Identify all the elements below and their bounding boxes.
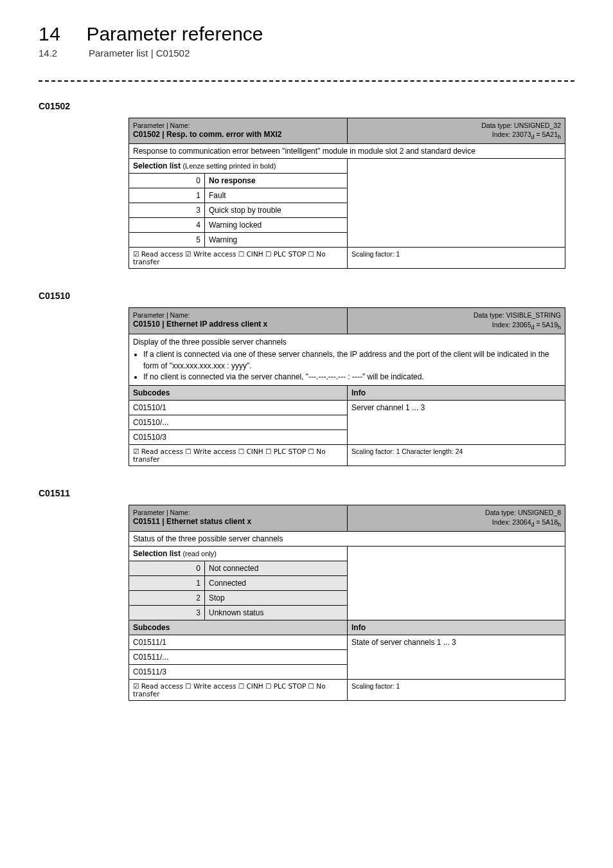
subcode: C01510/1 (129, 401, 348, 415)
subcode: C01510/3 (129, 430, 348, 445)
chapter-number: 14 (39, 23, 60, 45)
param-heading: C01502 (39, 101, 574, 111)
param-description: Display of the three possible server cha… (129, 334, 565, 386)
selection-num: 1 (129, 575, 205, 590)
desc-bullet: If a client is connected via one of thes… (143, 349, 561, 372)
chapter-title: Parameter reference (86, 23, 263, 45)
index-value: Index: 23073d = 5A21h (492, 131, 561, 138)
param-block: Parameter | Name: C01502 | Resp. to comm… (129, 118, 574, 269)
param-table: Parameter | Name: C01511 | Ethernet stat… (129, 505, 565, 700)
param-heading: C01511 (39, 488, 574, 498)
selection-val: Not connected (205, 561, 348, 575)
selection-val: Warning (205, 233, 348, 248)
param-label: Parameter | Name: (133, 509, 190, 516)
param-code-title: C01502 | Resp. to comm. error with MXI2 (133, 130, 281, 139)
subcodes-label: Subcodes (129, 386, 348, 401)
param-block: Parameter | Name: C01511 | Ethernet stat… (129, 505, 574, 700)
selection-val: Quick stop by trouble (205, 203, 348, 218)
index-value: Index: 23065d = 5A19h (492, 321, 561, 329)
scaling-factor: Scaling factor: 1 Character length: 24 (348, 445, 565, 466)
selection-list-label: Selection list (133, 161, 181, 170)
selection-val: Unknown status (205, 605, 348, 620)
selection-num: 0 (129, 561, 205, 575)
selection-num: 3 (129, 605, 205, 620)
param-table: Parameter | Name: C01502 | Resp. to comm… (129, 118, 565, 269)
desc-bullet: If no client is connected via the server… (143, 372, 561, 383)
param-description: Response to communication error between … (129, 144, 565, 159)
param-code-title: C01511 | Ethernet status client x (133, 517, 251, 526)
subcode: C01511/3 (129, 664, 348, 679)
index-value: Index: 23064d = 5A18h (492, 518, 561, 526)
access-flags: ☑ Read access ☐ Write access ☐ CINH ☐ PL… (129, 445, 348, 466)
data-type: Data type: UNSIGNED_8 (485, 509, 561, 516)
selection-list-note: (Lenze setting printed in bold) (182, 162, 276, 170)
info-value: Server channel 1 ... 3 (348, 401, 565, 445)
subcodes-label: Subcodes (129, 620, 348, 635)
subcode: C01511/... (129, 649, 348, 664)
param-table: Parameter | Name: C01510 | Ethernet IP a… (129, 307, 565, 466)
param-heading: C01510 (39, 291, 574, 301)
selection-val: No response (205, 174, 348, 188)
selection-blank (348, 159, 565, 248)
access-flags: ☑ Read access ☐ Write access ☐ CINH ☐ PL… (129, 679, 348, 700)
selection-val: Stop (205, 590, 348, 605)
param-code-title: C01510 | Ethernet IP address client x (133, 320, 267, 329)
info-label: Info (348, 620, 565, 635)
selection-blank (348, 546, 565, 620)
param-label: Parameter | Name: (133, 311, 190, 319)
selection-num: 2 (129, 590, 205, 605)
scaling-factor: Scaling factor: 1 (348, 248, 565, 269)
selection-list-label: Selection list (133, 549, 181, 558)
selection-list-note: (read only) (182, 550, 217, 557)
info-value: State of server channels 1 ... 3 (348, 635, 565, 679)
selection-val: Warning locked (205, 218, 348, 233)
selection-num: 5 (129, 233, 205, 248)
subcode: C01510/... (129, 415, 348, 430)
data-type: Data type: UNSIGNED_32 (481, 122, 561, 129)
divider (39, 80, 574, 82)
param-description: Status of the three possible server chan… (129, 531, 565, 546)
page-header: 14 Parameter reference 14.2 Parameter li… (39, 23, 574, 59)
selection-val: Fault (205, 188, 348, 203)
info-label: Info (348, 386, 565, 401)
selection-num: 0 (129, 174, 205, 188)
data-type: Data type: VISIBLE_STRING (474, 311, 561, 319)
param-label: Parameter | Name: (133, 122, 190, 129)
selection-num: 4 (129, 218, 205, 233)
selection-val: Connected (205, 575, 348, 590)
section-number: 14.2 (39, 48, 63, 59)
param-block: Parameter | Name: C01510 | Ethernet IP a… (129, 307, 574, 466)
access-flags: ☑ Read access ☑ Write access ☐ CINH ☐ PL… (129, 248, 348, 269)
section-title: Parameter list | C01502 (89, 48, 190, 59)
selection-num: 3 (129, 203, 205, 218)
selection-num: 1 (129, 188, 205, 203)
scaling-factor: Scaling factor: 1 (348, 679, 565, 700)
subcode: C01511/1 (129, 635, 348, 649)
